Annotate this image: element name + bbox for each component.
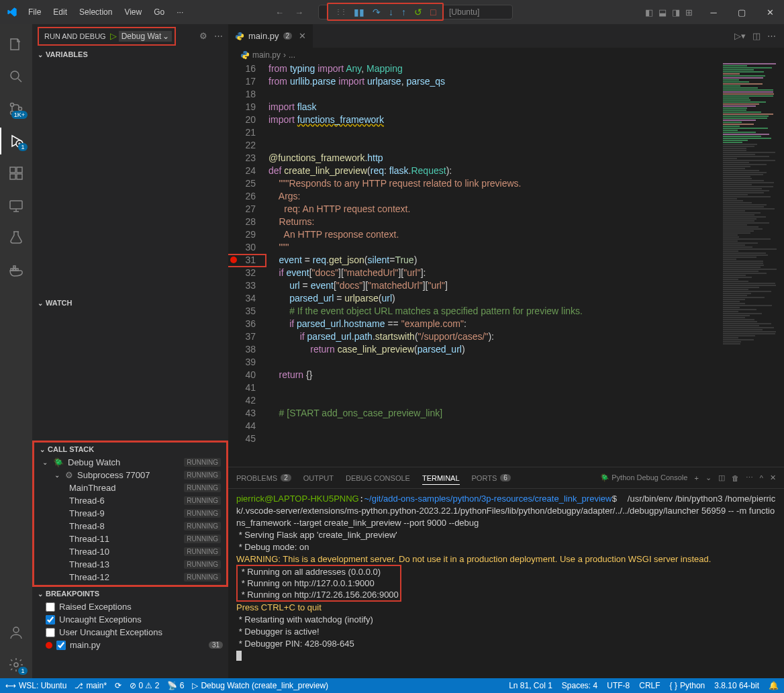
search-icon[interactable] — [0, 63, 32, 90]
tab-problems[interactable]: PROBLEMS2 — [236, 474, 291, 482]
source-control-icon[interactable]: 1K+ — [0, 95, 32, 122]
svg-rect-6 — [10, 167, 15, 173]
debug-toolbar[interactable]: ⋮⋮ ▮▮ ↷ ↓ ↑ ↺ □ — [327, 3, 444, 21]
close-panel-icon[interactable]: ✕ — [770, 473, 776, 482]
debug-step-into-icon[interactable]: ↓ — [385, 5, 397, 19]
menu-view[interactable]: View — [119, 5, 147, 19]
settings-gear-icon[interactable]: 1 — [0, 651, 32, 678]
watch-header[interactable]: ⌄WATCH — [32, 296, 228, 310]
tab-output[interactable]: OUTPUT — [303, 474, 334, 482]
variables-header[interactable]: ⌄VARIABLES — [32, 48, 228, 61]
callstack-header[interactable]: ⌄CALL STACK — [34, 443, 226, 456]
customize-layout-icon[interactable]: ⊞ — [685, 7, 693, 17]
callstack-thread[interactable]: Thread-9RUNNING — [34, 507, 226, 520]
menu-more[interactable]: ··· — [171, 5, 189, 19]
variables-body — [32, 61, 228, 296]
new-terminal-icon[interactable]: + — [694, 474, 698, 482]
remote-explorer-icon[interactable] — [0, 192, 32, 219]
debug-restart-icon[interactable]: ↺ — [410, 5, 426, 19]
menu-edit[interactable]: Edit — [48, 5, 72, 19]
breadcrumb[interactable]: main.py›... — [228, 48, 784, 62]
run-debug-header: RUN AND DEBUG ▷ Debug Wat⌄ — [38, 27, 176, 46]
tab-debug-console[interactable]: DEBUG CONSOLE — [346, 474, 410, 482]
callstack-thread[interactable]: Thread-10RUNNING — [34, 545, 226, 558]
svg-point-15 — [13, 627, 19, 633]
callstack-session[interactable]: ⌄🪲Debug WatchRUNNING — [34, 456, 226, 469]
testing-icon[interactable] — [0, 224, 32, 251]
breakpoint-dot-icon[interactable] — [230, 257, 237, 263]
terminal-dropdown-icon[interactable]: ⌄ — [705, 473, 712, 482]
split-editor-icon[interactable]: ◫ — [752, 31, 761, 41]
sb-position[interactable]: Ln 81, Col 1 — [509, 681, 552, 690]
extensions-icon[interactable] — [0, 160, 32, 187]
more-actions-icon[interactable]: ⋯ — [214, 31, 223, 41]
menu-selection[interactable]: Selection — [74, 5, 117, 19]
sb-spaces[interactable]: Spaces: 4 — [562, 681, 597, 690]
sb-python-version[interactable]: 3.8.10 64-bit — [714, 681, 759, 690]
kill-terminal-icon[interactable]: 🗑 — [732, 474, 739, 482]
debug-step-out-icon[interactable]: ↑ — [397, 5, 410, 19]
menu-file[interactable]: File — [23, 5, 46, 19]
callstack-thread[interactable]: Thread-11RUNNING — [34, 533, 226, 545]
run-debug-icon[interactable]: 1 — [0, 128, 32, 154]
layout-panel-icon[interactable]: ⬓ — [658, 7, 667, 17]
sb-ports[interactable]: 📡 6 — [167, 681, 184, 690]
debug-step-over-icon[interactable]: ↷ — [369, 5, 385, 19]
editor-group: main.py 2 ✕ ▷▾ ◫ ⋯ main.py›... 161718192… — [228, 24, 784, 678]
drag-handle-icon[interactable]: ⋮⋮ — [331, 6, 350, 17]
sb-notifications-icon[interactable]: 🔔 — [769, 681, 779, 690]
callstack-thread[interactable]: Thread-8RUNNING — [34, 520, 226, 533]
sb-debug[interactable]: ▷ Debug Watch (create_link_preview) — [192, 681, 328, 690]
window-minimize-icon[interactable]: ─ — [699, 0, 728, 24]
panel-more-icon[interactable]: ⋯ — [746, 473, 753, 482]
bp-uncaught[interactable]: Uncaught Exceptions — [32, 613, 228, 626]
debug-config-gear-icon[interactable]: ⚙ — [199, 31, 207, 41]
minimap[interactable] — [720, 62, 784, 467]
callstack-subprocess[interactable]: ⌄⚙Subprocess 77007RUNNING — [34, 469, 226, 481]
close-tab-icon[interactable]: ✕ — [299, 31, 306, 41]
svg-point-16 — [14, 663, 18, 667]
bp-user-uncaught[interactable]: User Uncaught Exceptions — [32, 626, 228, 639]
layout-sidebar-right-icon[interactable]: ◨ — [672, 7, 680, 17]
callstack-thread[interactable]: Thread-12RUNNING — [34, 571, 226, 584]
debug-pause-icon[interactable]: ▮▮ — [350, 5, 369, 19]
run-file-icon[interactable]: ▷▾ — [734, 31, 746, 41]
nav-back-icon[interactable]: ← — [271, 5, 288, 20]
explorer-icon[interactable] — [0, 31, 32, 58]
breakpoints-header[interactable]: ⌄BREAKPOINTS — [32, 587, 228, 600]
window-maximize-icon[interactable]: ▢ — [728, 0, 756, 24]
editor-tabs: main.py 2 ✕ ▷▾ ◫ ⋯ — [228, 24, 784, 48]
sb-errors[interactable]: ⊘ 0 ⚠ 2 — [130, 681, 159, 690]
callstack-thread[interactable]: MainThreadRUNNING — [34, 481, 226, 494]
sb-sync[interactable]: ⟳ — [115, 681, 121, 690]
bp-raised[interactable]: Raised Exceptions — [32, 600, 228, 613]
menu-go[interactable]: Go — [148, 5, 170, 19]
accounts-icon[interactable] — [0, 619, 32, 646]
tab-main-py[interactable]: main.py 2 ✕ — [228, 24, 313, 48]
start-debug-icon[interactable]: ▷ — [110, 31, 117, 41]
maximize-panel-icon[interactable]: ^ — [760, 474, 763, 482]
terminal-output[interactable]: pierrick@LAPTOP-HKU5PNNG:~/git/add-ons-s… — [228, 489, 784, 678]
debug-stop-icon[interactable]: □ — [426, 5, 440, 19]
sb-branch[interactable]: ⎇main* — [75, 681, 107, 690]
split-terminal-icon[interactable]: ◫ — [718, 473, 725, 482]
sb-eol[interactable]: CRLF — [639, 681, 660, 690]
layout-sidebar-left-icon[interactable]: ◧ — [645, 7, 653, 17]
sb-language[interactable]: { } Python — [670, 681, 705, 690]
callstack-thread[interactable]: Thread-13RUNNING — [34, 558, 226, 571]
bp-file[interactable]: main.py31 — [32, 639, 228, 651]
nav-forward-icon[interactable]: → — [291, 5, 307, 20]
docker-icon[interactable] — [0, 257, 32, 283]
vscode-logo-icon — [7, 7, 17, 17]
editor-more-icon[interactable]: ⋯ — [767, 31, 776, 41]
window-close-icon[interactable]: ✕ — [756, 0, 784, 24]
debug-config-selector[interactable]: Debug Wat⌄ — [119, 31, 173, 42]
code-editor[interactable]: 1617181920212223242526272829303132333435… — [228, 62, 784, 467]
terminal-profile[interactable]: 🪲 Python Debug Console — [600, 473, 687, 482]
tab-terminal[interactable]: TERMINAL — [422, 474, 460, 485]
sidebar: RUN AND DEBUG ▷ Debug Wat⌄ ⚙ ⋯ ⌄VARIABLE… — [32, 24, 228, 678]
sb-remote[interactable]: ⟷WSL: Ubuntu — [5, 681, 66, 690]
tab-ports[interactable]: PORTS6 — [472, 474, 511, 482]
callstack-thread[interactable]: Thread-6RUNNING — [34, 494, 226, 507]
sb-encoding[interactable]: UTF-8 — [607, 681, 630, 690]
